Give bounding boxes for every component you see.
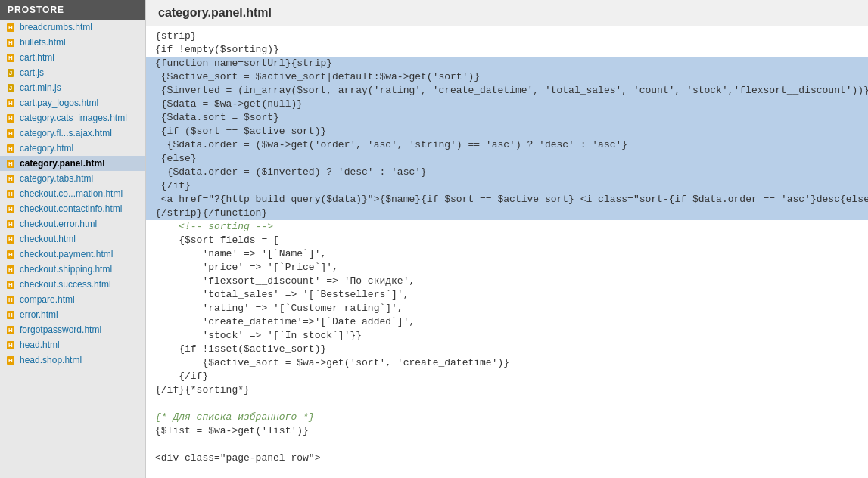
code-line-highlighted: {$data.order = ($wa->get('order', 'asc',… <box>146 138 868 152</box>
sidebar-item-label: compare.html <box>20 294 75 305</box>
code-line: 'stock' => '[`In stock`]'}} <box>146 329 868 343</box>
code-line-highlighted: {$data = $wa->get(null)} <box>146 98 868 111</box>
sidebar-items: Hbreadcrumbs.htmlHbullets.htmlHcart.html… <box>0 20 145 368</box>
file-icon: H <box>5 233 17 245</box>
code-line: 'total_sales' => '[`Bestsellers`]', <box>146 288 868 302</box>
sidebar-item[interactable]: Hcategory.cats_images.html <box>0 110 145 126</box>
file-icon: J <box>5 67 17 79</box>
file-icon: H <box>5 354 17 366</box>
code-line: {$list = $wa->get('list')} <box>146 424 868 438</box>
code-line-highlighted: {$data.order = ($inverted) ? 'desc' : 'a… <box>146 166 868 179</box>
sidebar-item-label: breadcrumbs.html <box>20 22 92 33</box>
sidebar-item-label: category.panel.html <box>20 158 104 169</box>
sidebar-item-label: head.html <box>20 340 60 350</box>
sidebar-item[interactable]: Hcheckout.success.html <box>0 277 145 292</box>
sidebar-item-label: checkout.html <box>20 234 76 244</box>
sidebar-item[interactable]: Hcart.pay_logos.html <box>0 95 145 110</box>
sidebar-item[interactable]: Hcheckout.payment.html <box>0 247 145 262</box>
sidebar-item-label: head.shop.html <box>20 355 82 365</box>
sidebar-item[interactable]: Jcart.min.js <box>0 80 145 95</box>
file-icon: H <box>5 21 17 33</box>
sidebar-item[interactable]: Hbreadcrumbs.html <box>0 20 145 35</box>
sidebar-item[interactable]: Jcart.js <box>0 65 145 80</box>
file-icon: H <box>5 188 17 200</box>
sidebar-item[interactable]: Hcategory.panel.html <box>0 156 145 171</box>
sidebar-item[interactable]: Hcheckout.co...mation.html <box>0 186 145 201</box>
file-icon: H <box>5 218 17 230</box>
code-line: {$sort_fields = [ <box>146 234 868 247</box>
file-icon: H <box>5 309 17 321</box>
code-line: <!-- sorting --> <box>146 220 868 234</box>
code-line-highlighted: {if ($sort == $active_sort)} <box>146 125 868 138</box>
file-icon: H <box>5 157 17 169</box>
file-icon: H <box>5 203 17 215</box>
code-line: 'name' => '[`Name`]', <box>146 247 868 261</box>
sidebar-item-label: checkout.error.html <box>20 219 97 229</box>
sidebar-item[interactable]: Hcategory.fl...s.ajax.html <box>0 126 145 141</box>
code-line-highlighted: {$data.sort = $sort} <box>146 111 868 125</box>
code-line-highlighted: {$inverted = (in_array($sort, array('rat… <box>146 84 868 98</box>
code-line: {strip} <box>146 29 868 43</box>
file-icon: H <box>5 248 17 260</box>
sidebar-item-label: checkout.success.html <box>20 279 111 290</box>
code-line <box>146 438 868 452</box>
file-icon: H <box>5 36 17 48</box>
code-editor[interactable]: {strip} {if !empty($sorting)} {function … <box>146 26 868 478</box>
code-line-highlighted: {function name=sortUrl}{strip} <box>146 57 868 70</box>
file-icon: J <box>5 82 17 94</box>
sidebar-item-label: checkout.shipping.html <box>20 264 112 275</box>
code-line: 'flexsort__discount' => 'По скидке', <box>146 275 868 288</box>
file-title: category.panel.html <box>146 0 868 26</box>
sidebar-item-label: cart.pay_logos.html <box>20 98 98 108</box>
sidebar-item[interactable]: Hcategory.tabs.html <box>0 171 145 186</box>
code-line-highlighted: {$active_sort = $active_sort|default:$wa… <box>146 70 868 84</box>
sidebar-item[interactable]: Hhead.html <box>0 337 145 352</box>
code-line: {* Для списка избранного *} <box>146 411 868 424</box>
code-line-highlighted: {/strip}{/function} <box>146 206 868 220</box>
sidebar-item[interactable]: Hcheckout.error.html <box>0 216 145 231</box>
sidebar-item-label: checkout.payment.html <box>20 249 113 259</box>
code-line: 'create_datetime'=>'[`Date added`]', <box>146 315 868 329</box>
file-icon: H <box>5 278 17 290</box>
code-line: {/if}{*sorting*} <box>146 383 868 397</box>
sidebar-item-label: forgotpassword.html <box>20 324 101 335</box>
code-line: 'price' => '[`Price`]', <box>146 261 868 275</box>
sidebar-item[interactable]: Herror.html <box>0 307 145 322</box>
sidebar-item[interactable]: Hforgotpassword.html <box>0 322 145 337</box>
file-icon: H <box>5 142 17 154</box>
code-line <box>146 397 868 411</box>
sidebar-item[interactable]: Hcart.html <box>0 50 145 65</box>
code-line: {$active_sort = $wa->get('sort', 'create… <box>146 356 868 370</box>
file-icon: H <box>5 293 17 306</box>
sidebar-item[interactable]: Hbullets.html <box>0 35 145 50</box>
file-icon: H <box>5 263 17 275</box>
file-icon: H <box>5 324 17 336</box>
file-icon: H <box>5 172 17 185</box>
file-icon: H <box>5 51 17 64</box>
sidebar-item-label: cart.html <box>20 52 54 63</box>
sidebar-item-label: error.html <box>20 309 58 320</box>
code-line: {if !isset($active_sort)} <box>146 343 868 356</box>
sidebar-item-label: checkout.co...mation.html <box>20 188 123 199</box>
sidebar-item[interactable]: Hhead.shop.html <box>0 352 145 368</box>
sidebar-item[interactable]: Hcheckout.shipping.html <box>0 262 145 277</box>
code-line-highlighted: <a href="?{http_build_query($data)}">{$n… <box>146 193 868 206</box>
file-icon: H <box>5 127 17 139</box>
sidebar-item[interactable]: Hcategory.html <box>0 141 145 156</box>
code-line-highlighted: {/if} <box>146 179 868 193</box>
sidebar-item-label: checkout.contactinfo.html <box>20 203 122 214</box>
sidebar-header: PROSTORE <box>0 0 145 20</box>
sidebar-item-label: category.tabs.html <box>20 173 93 184</box>
file-icon: H <box>5 339 17 351</box>
file-icon: H <box>5 112 17 124</box>
code-line: <div class="page-panel row"> <box>146 452 868 465</box>
sidebar-item-label: category.fl...s.ajax.html <box>20 128 112 138</box>
code-line: 'rating' => '[`Customer rating`]', <box>146 302 868 315</box>
sidebar-item[interactable]: Hcompare.html <box>0 292 145 307</box>
sidebar-item-label: cart.min.js <box>20 82 61 93</box>
code-line: {/if} <box>146 370 868 383</box>
sidebar-item[interactable]: Hcheckout.contactinfo.html <box>0 201 145 216</box>
file-icon: H <box>5 97 17 109</box>
sidebar-item-label: bullets.html <box>20 37 66 48</box>
sidebar-item[interactable]: Hcheckout.html <box>0 231 145 247</box>
